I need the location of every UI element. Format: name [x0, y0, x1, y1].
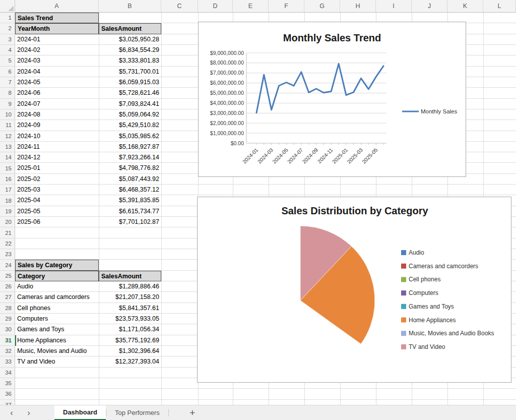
column-header-L[interactable]: L — [483, 0, 516, 12]
cell-A28[interactable]: Cell phones — [15, 303, 99, 314]
cell-B8[interactable]: $5,728,621.46 — [99, 88, 161, 98]
row-header-29[interactable]: 29 — [0, 314, 15, 324]
row-header-4[interactable]: 4 — [0, 45, 15, 55]
row-header-20[interactable]: 20 — [0, 217, 15, 227]
cell-A9[interactable]: 2024-07 — [15, 99, 99, 109]
row-header-26[interactable]: 26 — [0, 281, 15, 292]
line-chart[interactable]: $0.00$1,000,000.00$2,000,000.00$3,000,00… — [198, 22, 466, 177]
cell-A8[interactable]: 2024-06 — [15, 88, 99, 98]
new-sheet-button[interactable]: + — [182, 405, 203, 420]
cell-A27[interactable]: Cameras and camcorders — [15, 292, 99, 303]
next-sheet-button[interactable]: › — [20, 405, 37, 420]
cell-B27[interactable]: $21,207,158.20 — [99, 292, 161, 303]
cell-B6[interactable]: $5,731,700.01 — [99, 67, 161, 77]
cell-A1[interactable]: Sales Trend — [15, 13, 99, 23]
column-header-A[interactable]: A — [15, 0, 99, 12]
row-header-36[interactable]: 36 — [0, 389, 15, 399]
cell-A33[interactable]: TV and Video — [15, 356, 99, 367]
cell-A4[interactable]: 2024-02 — [15, 45, 99, 55]
cell-A14[interactable]: 2024-12 — [15, 152, 99, 163]
cell-B16[interactable]: $5,087,443.92 — [99, 174, 161, 185]
row-header-2[interactable]: 2 — [0, 23, 15, 34]
row-header-16[interactable]: 16 — [0, 174, 15, 185]
cell-A6[interactable]: 2024-04 — [15, 67, 99, 77]
column-header-J[interactable]: J — [412, 0, 447, 12]
row-header-22[interactable]: 22 — [0, 238, 15, 249]
cell-A2[interactable]: YearMonth — [15, 23, 99, 34]
cell-B12[interactable]: $5,035,985.62 — [99, 131, 161, 142]
cell-A7[interactable]: 2024-05 — [15, 77, 99, 88]
row-header-14[interactable]: 14 — [0, 152, 15, 163]
row-header-31[interactable]: 31 — [0, 335, 15, 346]
column-header-H[interactable]: H — [340, 0, 376, 12]
cell-B4[interactable]: $6,834,554.29 — [99, 45, 161, 55]
sheet-tab-dashboard[interactable]: Dashboard — [54, 405, 106, 420]
row-header-19[interactable]: 19 — [0, 206, 15, 217]
row-header-32[interactable]: 32 — [0, 346, 15, 356]
cell-A18[interactable]: 2025-04 — [15, 195, 99, 206]
cell-B7[interactable]: $6,059,915.03 — [99, 77, 161, 88]
cell-A30[interactable]: Games and Toys — [15, 324, 99, 335]
row-header-27[interactable]: 27 — [0, 292, 15, 303]
sheet-tab-top-performers[interactable]: Top Performers — [106, 405, 168, 420]
cell-A5[interactable]: 2024-03 — [15, 55, 99, 66]
prev-sheet-button[interactable]: ‹ — [3, 405, 20, 420]
cell-A19[interactable]: 2025-05 — [15, 206, 99, 217]
cell-B2[interactable]: SalesAmount — [99, 23, 161, 34]
cell-B15[interactable]: $4,798,776.82 — [99, 163, 161, 173]
cell-A11[interactable]: 2024-09 — [15, 120, 99, 131]
cell-A25[interactable]: Category — [15, 271, 99, 281]
column-header-I[interactable]: I — [376, 0, 412, 12]
row-header-28[interactable]: 28 — [0, 303, 15, 314]
cell-B5[interactable]: $3,333,801.83 — [99, 55, 161, 66]
cell-B19[interactable]: $6,615,734.77 — [99, 206, 161, 217]
column-header-K[interactable]: K — [447, 0, 483, 12]
row-header-15[interactable]: 15 — [0, 163, 15, 173]
row-header-30[interactable]: 30 — [0, 324, 15, 335]
row-header-8[interactable]: 8 — [0, 88, 15, 98]
cell-A12[interactable]: 2024-10 — [15, 131, 99, 142]
row-header-37[interactable]: 37 — [0, 400, 15, 405]
column-header-F[interactable]: F — [269, 0, 304, 12]
cell-B18[interactable]: $5,391,835.85 — [99, 195, 161, 206]
pie-chart[interactable]: Sales Distribution by CategoryAudioCamer… — [197, 197, 511, 383]
cell-A31[interactable]: Home Appliances — [15, 335, 99, 346]
row-header-33[interactable]: 33 — [0, 356, 15, 367]
row-header-5[interactable]: 5 — [0, 55, 15, 66]
cell-B9[interactable]: $7,093,824.41 — [99, 99, 161, 109]
monthly-sales-line-series[interactable] — [256, 64, 383, 112]
cell-B30[interactable]: $1,171,056.34 — [99, 324, 161, 335]
cell-A24[interactable]: Sales by Category — [15, 260, 99, 270]
cell-A29[interactable]: Computers — [15, 314, 99, 324]
cell-B14[interactable]: $7,923,266.14 — [99, 152, 161, 163]
column-header-E[interactable]: E — [233, 0, 269, 12]
row-header-23[interactable]: 23 — [0, 249, 15, 260]
column-header-D[interactable]: D — [198, 0, 233, 12]
cell-B3[interactable]: $3,025,950.28 — [99, 34, 161, 45]
cell-A10[interactable]: 2024-08 — [15, 109, 99, 120]
cell-A32[interactable]: Music, Movies and Audio — [15, 346, 99, 356]
row-header-34[interactable]: 34 — [0, 368, 15, 378]
column-header-B[interactable]: B — [99, 0, 161, 12]
row-header-25[interactable]: 25 — [0, 271, 15, 281]
cell-B13[interactable]: $5,168,927.87 — [99, 142, 161, 152]
cell-A17[interactable]: 2025-03 — [15, 185, 99, 195]
row-header-17[interactable]: 17 — [0, 185, 15, 195]
cell-B10[interactable]: $5,059,064.92 — [99, 109, 161, 120]
row-header-11[interactable]: 11 — [0, 120, 15, 131]
row-header-24[interactable]: 24 — [0, 260, 15, 270]
cell-B28[interactable]: $5,841,357.61 — [99, 303, 161, 314]
cell-A3[interactable]: 2024-01 — [15, 34, 99, 45]
row-header-35[interactable]: 35 — [0, 378, 15, 389]
cell-B11[interactable]: $5,429,510.82 — [99, 120, 161, 131]
row-header-21[interactable]: 21 — [0, 227, 15, 238]
cell-A26[interactable]: Audio — [15, 281, 99, 292]
cell-B31[interactable]: $35,775,192.69 — [99, 335, 161, 346]
select-all-button[interactable] — [0, 0, 15, 12]
cell-B26[interactable]: $1,289,886.46 — [99, 281, 161, 292]
row-header-12[interactable]: 12 — [0, 131, 15, 142]
column-header-C[interactable]: C — [161, 0, 198, 12]
row-header-7[interactable]: 7 — [0, 77, 15, 88]
cell-B17[interactable]: $6,468,357.12 — [99, 185, 161, 195]
cell-B29[interactable]: $23,573,933.05 — [99, 314, 161, 324]
